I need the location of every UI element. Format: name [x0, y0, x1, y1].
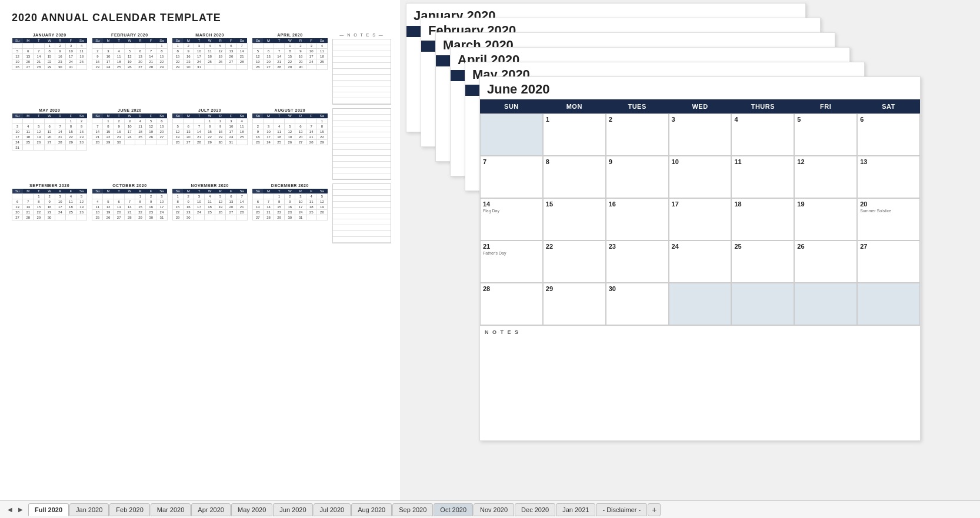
jun-cell-30: 30 — [606, 283, 669, 325]
jun-cell-16: 16 — [606, 198, 669, 240]
mini-cal-may: MAY 2020 SuMTWRFSa 12 3456789 1011121314… — [12, 108, 87, 180]
mini-cal-sep: SEPTEMBER 2020 SuMTWRFSa 12345 678910111… — [12, 183, 87, 243]
notes-line — [333, 132, 391, 138]
nav-left-arrow[interactable]: ◀ — [5, 505, 15, 514]
jun-cell-empty — [731, 283, 794, 325]
jun-cell-empty — [669, 283, 732, 325]
notes-line — [333, 173, 391, 179]
notes-line — [333, 184, 391, 190]
tab-nov-2020[interactable]: Nov 2020 — [474, 503, 514, 516]
nav-right-arrow[interactable]: ▶ — [16, 505, 25, 514]
mini-cal-feb: FEBRUARY 2020 SuMTWRFSa 1 2345678 910111… — [92, 33, 167, 105]
annual-panel: 2020 ANNUAL CALENDAR TEMPLATE JANUARY 20… — [0, 0, 400, 500]
jun-cell-1: 1 — [543, 113, 606, 156]
notes-line — [333, 121, 391, 126]
jun-cell-4: 4 — [731, 113, 794, 156]
app-container: 2020 ANNUAL CALENDAR TEMPLATE JANUARY 20… — [0, 0, 980, 518]
notes-line — [333, 144, 391, 150]
jun-cell-2: 2 — [606, 113, 669, 156]
notes-line — [333, 150, 391, 156]
jun-cell-29: 29 — [543, 283, 606, 325]
notes-col-2 — [332, 108, 391, 180]
notes-line — [333, 219, 391, 225]
jun-cell-23: 23 — [606, 240, 669, 283]
notes-line — [333, 225, 391, 231]
notes-line — [333, 208, 391, 213]
tab-jun-2020[interactable]: Jun 2020 — [273, 503, 312, 516]
annual-row-1: JANUARY 2020 SuMTWRFSa 1234 567891011 12… — [12, 33, 391, 105]
tab-mar-2020[interactable]: Mar 2020 — [151, 503, 191, 516]
tab-full-2020[interactable]: Full 2020 — [28, 503, 69, 516]
mini-cal-nov: NOVEMBER 2020 SuMTWRFSa 1234567 89101112… — [172, 183, 248, 243]
jun-cell-9: 9 — [606, 156, 669, 198]
notes-line — [333, 39, 391, 45]
notes-line — [333, 156, 391, 162]
jun-card-header: SUN MON TUES WED THURS FRI SAT — [480, 99, 920, 113]
jun-cell-19: 19 — [794, 198, 857, 240]
jun-cell-20: 20Summer Solstice — [857, 198, 920, 240]
notes-col-1: — N O T E S — — [332, 33, 391, 105]
jun-cell-14: 14Flag Day — [480, 198, 543, 240]
notes-lines-1 — [332, 39, 391, 105]
jun-cell-28: 28 — [480, 283, 543, 325]
jun-cell-10: 10 — [669, 156, 732, 198]
tab-disclaimer[interactable]: - Disclaimer - — [596, 503, 647, 516]
mini-cal-aug: AUGUST 2020 SuMTWRFSa 1 2345678 91011121… — [252, 108, 328, 180]
jun-cell-18: 18 — [731, 198, 794, 240]
jun-cell-6: 6 — [857, 113, 920, 156]
nav-arrows: ◀ ▶ — [3, 505, 28, 514]
notes-line — [333, 75, 391, 81]
tab-jan-2020[interactable]: Jan 2020 — [69, 503, 109, 516]
jun-cell-15: 15 — [543, 198, 606, 240]
notes-line — [333, 63, 391, 69]
jun-cell-24: 24 — [669, 240, 732, 283]
mini-cal-apr: APRIL 2020 SuMTWRFSa 1234 567891011 1213… — [252, 33, 328, 105]
notes-line — [333, 81, 391, 86]
jun-cell-12: 12 — [794, 156, 857, 198]
jun-cell-17: 17 — [669, 198, 732, 240]
notes-line — [333, 202, 391, 208]
notes-line — [333, 138, 391, 144]
jun-cell-7: 7 — [480, 156, 543, 198]
tab-sep-2020[interactable]: Sep 2020 — [392, 503, 433, 516]
tab-may-2020[interactable]: May 2020 — [231, 503, 272, 516]
tab-oct-2020[interactable]: Oct 2020 — [434, 503, 473, 516]
notes-line — [333, 213, 391, 219]
mini-cal-jan: JANUARY 2020 SuMTWRFSa 1234 567891011 12… — [12, 33, 87, 105]
notes-line — [333, 98, 391, 104]
jun-cell-25: 25 — [731, 240, 794, 283]
jun-notes-area — [485, 337, 915, 367]
notes-lines-2 — [332, 108, 391, 180]
notes-line — [333, 92, 391, 98]
jun-cell-22: 22 — [543, 240, 606, 283]
jun-cell-27: 27 — [857, 240, 920, 283]
jun-cell-21: 21Father's Day — [480, 240, 543, 283]
mini-cal-jun: JUNE 2020 SuMTWRFSa 123456 78910111213 1… — [92, 108, 167, 180]
notes-line — [333, 237, 391, 243]
jun-cell-empty — [857, 283, 920, 325]
annual-row-3: SEPTEMBER 2020 SuMTWRFSa 12345 678910111… — [12, 183, 391, 243]
notes-line — [333, 190, 391, 196]
mini-cal-mar: MARCH 2020 SuMTWRFSa 1234567 89101112131… — [172, 33, 248, 105]
jun-cell-13: 13 — [857, 156, 920, 198]
tab-feb-2020[interactable]: Feb 2020 — [109, 503, 149, 516]
notes-line — [333, 168, 391, 173]
jun-notes-section: N O T E S — [480, 325, 920, 370]
notes-line — [333, 109, 391, 115]
notes-line — [333, 86, 391, 92]
tab-apr-2020[interactable]: Apr 2020 — [191, 503, 231, 516]
tab-add-button[interactable]: + — [648, 503, 661, 516]
tab-jan-2021[interactable]: Jan 2021 — [556, 503, 595, 516]
jun-cell-3: 3 — [669, 113, 732, 156]
notes-line — [333, 162, 391, 168]
monthly-panels: January 2020 SUNMONTUESWEDTHURSFRISAT Fe… — [400, 0, 980, 500]
tab-jul-2020[interactable]: Jul 2020 — [314, 503, 351, 516]
tab-dec-2020[interactable]: Dec 2020 — [515, 503, 555, 516]
jun-cell-empty — [794, 283, 857, 325]
jun-cell-empty — [480, 113, 543, 156]
tab-aug-2020[interactable]: Aug 2020 — [351, 503, 392, 516]
jun-card-body: 1 2 3 4 5 6 7 8 9 10 11 12 13 14Flag Day — [480, 113, 920, 325]
mini-cal-dec: DECEMBER 2020 SuMTWRFSa 12345 6789101112… — [252, 183, 328, 243]
notes-line — [333, 196, 391, 202]
notes-line — [333, 69, 391, 75]
